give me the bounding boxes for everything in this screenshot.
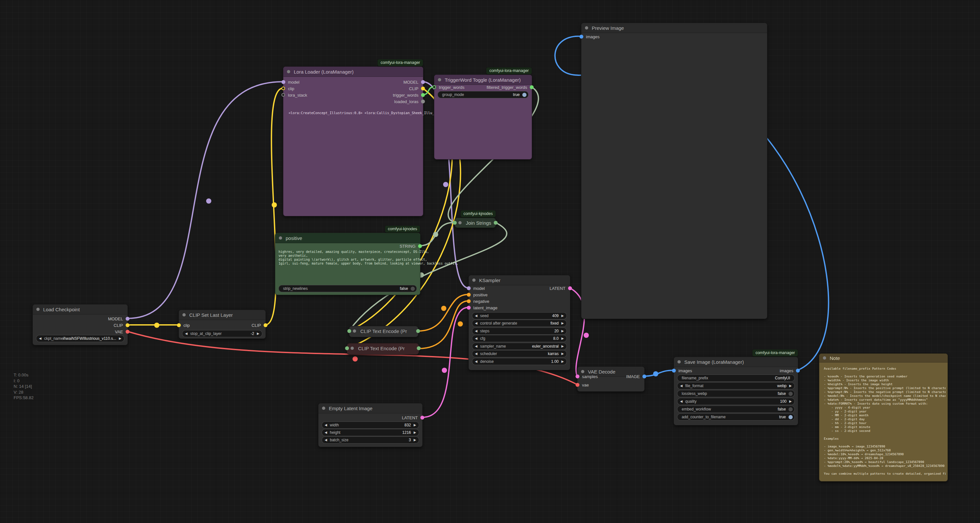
input-dot-lora-stack[interactable] xyxy=(282,93,285,97)
collapsed-output-dot[interactable] xyxy=(494,221,498,225)
output-dot-trigger-words[interactable] xyxy=(421,93,425,97)
widget-group-mode[interactable]: group_modetrue xyxy=(438,91,528,98)
widget-ckpt-name[interactable]: ◀▶ckpt_nameil\waiNSFWIllustrious_v110.s.… xyxy=(36,335,124,342)
node-header-ksampler[interactable]: KSampler xyxy=(469,275,570,285)
input-dot-trigger-words[interactable] xyxy=(433,85,436,89)
collapse-dot[interactable] xyxy=(183,313,186,317)
node-header-note[interactable]: Note xyxy=(819,354,948,363)
node-header-positive-prompt[interactable]: positive xyxy=(275,233,420,243)
output-dot-vae[interactable] xyxy=(126,330,129,334)
input-dot-clip[interactable] xyxy=(282,87,285,90)
input-dot-model[interactable] xyxy=(282,80,285,84)
combo-left-arrow-icon[interactable]: ◀ xyxy=(475,360,477,363)
combo-right-arrow-icon[interactable]: ▶ xyxy=(257,332,259,335)
output-dot-clip[interactable] xyxy=(421,87,425,90)
reroute-dot-clipset-to-lora-clip[interactable] xyxy=(272,202,277,208)
collapsed-input-dot[interactable] xyxy=(453,221,457,225)
output-dot-model[interactable] xyxy=(126,317,129,321)
combo-right-arrow-icon[interactable]: ▶ xyxy=(561,336,564,340)
node-clip-text-encode-positive[interactable]: CLIP Text Encode (Pr xyxy=(349,326,418,337)
collapse-dot[interactable] xyxy=(353,330,356,333)
collapse-dot[interactable] xyxy=(351,347,354,350)
node-empty-latent-image[interactable]: Empty Latent ImageLATENT◀▶width832◀▶heig… xyxy=(318,403,423,447)
collapsed-output-dot[interactable] xyxy=(417,346,421,350)
toggle-knob[interactable] xyxy=(522,93,527,97)
collapse-dot[interactable] xyxy=(458,221,461,224)
input-dot-clip[interactable] xyxy=(177,323,181,327)
combo-left-arrow-icon[interactable]: ◀ xyxy=(325,438,327,442)
collapsed-output-dot[interactable] xyxy=(416,329,420,333)
reroute-dot-lora-model-to-ksampler[interactable] xyxy=(443,182,448,187)
widget-scheduler[interactable]: ◀▶schedulerkarras xyxy=(472,350,567,357)
widget-cfg[interactable]: ◀▶cfg8.0 xyxy=(472,335,567,342)
combo-left-arrow-icon[interactable]: ◀ xyxy=(475,329,477,333)
node-header-load-checkpoint[interactable]: Load Checkpoint xyxy=(33,304,127,314)
combo-right-arrow-icon[interactable]: ▶ xyxy=(561,352,564,355)
widget-quality[interactable]: ◀▶quality100 xyxy=(677,398,795,405)
reroute-dot-ckpt-vae-to-vaedecode[interactable] xyxy=(353,357,358,361)
collapse-dot[interactable] xyxy=(287,70,290,73)
combo-left-arrow-icon[interactable]: ◀ xyxy=(475,336,477,340)
note-text[interactable]: Available filename_prefix Pattern Codes … xyxy=(824,367,946,479)
toggle-knob[interactable] xyxy=(789,407,793,412)
widget-file-format[interactable]: ◀▶file_formatwebp xyxy=(677,382,795,390)
reroute-dot-ckpt-clip-to-clipset[interactable] xyxy=(154,323,159,328)
combo-right-arrow-icon[interactable]: ▶ xyxy=(414,438,416,442)
node-header-empty-latent-image[interactable]: Empty Latent Image xyxy=(318,403,422,414)
output-dot-clip[interactable] xyxy=(126,323,129,327)
combo-right-arrow-icon[interactable]: ▶ xyxy=(561,344,564,348)
widget-control-after-generate[interactable]: ◀▶control after generatefixed xyxy=(472,320,567,327)
combo-right-arrow-icon[interactable]: ▶ xyxy=(561,321,564,325)
collapse-dot[interactable] xyxy=(472,279,476,282)
widget-add-counter-to-filename[interactable]: add_counter_to_filenametrue xyxy=(677,414,795,420)
input-dot-images[interactable] xyxy=(579,35,583,39)
widget-width[interactable]: ◀▶width832 xyxy=(322,422,419,429)
reroute-dot-encode-neg-to-ksampler[interactable] xyxy=(458,321,463,326)
output-dot-string[interactable] xyxy=(418,244,422,248)
widget-strip-newlines[interactable]: strip_newlinesfalse xyxy=(278,285,417,292)
collapse-dot[interactable] xyxy=(279,236,282,239)
collapsed-input-dot[interactable] xyxy=(345,346,349,350)
node-clip-text-encode-negative[interactable]: CLIP Text Encode (Pr xyxy=(347,343,419,355)
positive-prompt-text[interactable]: highres, very detailed, amazing quality,… xyxy=(278,250,458,266)
input-dot-samples[interactable] xyxy=(576,374,579,379)
widget-batch-size[interactable]: ◀▶batch_size3 xyxy=(322,436,419,444)
input-dot-negative[interactable] xyxy=(467,299,471,303)
input-dot-images[interactable] xyxy=(672,369,676,372)
combo-right-arrow-icon[interactable]: ▶ xyxy=(789,399,792,403)
node-preview-image[interactable]: Preview Imageimages xyxy=(581,23,767,319)
collapse-dot[interactable] xyxy=(37,308,40,311)
node-header-lora-loader[interactable]: Lora Loader (LoraManager) xyxy=(283,67,423,77)
collapse-dot[interactable] xyxy=(678,360,681,363)
combo-left-arrow-icon[interactable]: ◀ xyxy=(475,314,477,317)
output-dot-latent[interactable] xyxy=(420,416,424,420)
combo-right-arrow-icon[interactable]: ▶ xyxy=(414,431,416,434)
input-dot-positive[interactable] xyxy=(467,293,471,297)
combo-left-arrow-icon[interactable]: ◀ xyxy=(185,332,188,335)
collapse-dot[interactable] xyxy=(322,407,325,410)
widget-height[interactable]: ◀▶height1216 xyxy=(322,429,419,436)
combo-left-arrow-icon[interactable]: ◀ xyxy=(325,431,327,434)
reroute-dot-vaedecode-to-saveimage[interactable] xyxy=(653,371,658,376)
node-vae-decode[interactable]: VAE DecodesamplesvaeIMAGE xyxy=(577,366,645,392)
collapse-dot[interactable] xyxy=(581,370,584,373)
collapse-dot[interactable] xyxy=(438,78,441,81)
widget-denoise[interactable]: ◀▶denoise1.00 xyxy=(472,358,567,365)
combo-left-arrow-icon[interactable]: ◀ xyxy=(475,344,477,348)
node-save-image[interactable]: comfyui-lora-managerSave Image (LoraMana… xyxy=(674,357,798,425)
node-header-clip-set-last-layer[interactable]: CLIP Set Last Layer xyxy=(179,310,266,320)
input-dot-vae[interactable] xyxy=(576,383,579,387)
widget-seed[interactable]: ◀▶seed409 xyxy=(472,312,567,319)
collapse-dot[interactable] xyxy=(823,357,826,360)
node-ksampler[interactable]: KSamplermodelpositivenegativelatent_imag… xyxy=(468,275,570,370)
combo-left-arrow-icon[interactable]: ◀ xyxy=(680,399,682,403)
node-load-checkpoint[interactable]: Load CheckpointMODELCLIPVAE◀▶ckpt_nameil… xyxy=(32,304,128,345)
reroute-dot-positive-string-to-joinstrings[interactable] xyxy=(433,232,438,237)
output-dot-model[interactable] xyxy=(421,80,425,84)
reroute-dot-encode-pos-to-ksampler[interactable] xyxy=(441,306,446,311)
combo-right-arrow-icon[interactable]: ▶ xyxy=(789,384,792,387)
collapse-dot[interactable] xyxy=(585,26,588,30)
node-clip-set-last-layer[interactable]: CLIP Set Last LayerclipCLIP◀▶stop_at_cli… xyxy=(178,310,266,339)
output-dot-images[interactable] xyxy=(796,369,800,372)
input-dot-model[interactable] xyxy=(467,286,471,290)
